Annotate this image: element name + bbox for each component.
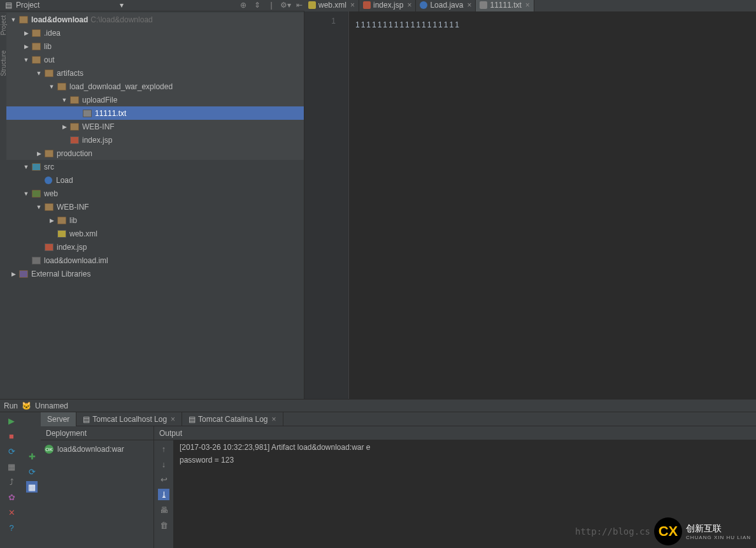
chevron-down-icon[interactable]: ▼: [23, 191, 29, 197]
chevron-down-icon[interactable]: ▼: [36, 70, 42, 76]
close-icon[interactable]: ×: [467, 1, 471, 10]
tree-index-jsp2[interactable]: index.jsp: [6, 240, 304, 254]
locate-icon[interactable]: ⊕: [238, 0, 248, 10]
tree-war-exploded[interactable]: ▼load_download_war_exploded: [6, 80, 304, 93]
scroll-end-icon[interactable]: ⤓: [158, 489, 169, 500]
tab-index-jsp[interactable]: index.jsp ×: [359, 0, 416, 11]
close-icon[interactable]: ×: [171, 415, 175, 424]
chevron-down-icon[interactable]: ▼: [23, 164, 29, 170]
left-tool-rail: Project Structure: [0, 11, 6, 399]
run-tab-server[interactable]: Server: [41, 412, 76, 426]
tree-artifacts[interactable]: ▼artifacts: [6, 66, 304, 80]
stop-icon[interactable]: ■: [6, 430, 17, 442]
tree-web[interactable]: ▼web: [6, 187, 304, 200]
tree-production[interactable]: ▶production: [6, 147, 304, 160]
chevron-down-icon[interactable]: ▼: [61, 97, 68, 103]
jsp-icon: [363, 1, 371, 9]
close-icon[interactable]: ×: [272, 415, 276, 424]
editor-body[interactable]: 1 1111111111111111111: [304, 11, 756, 399]
run-tab-localhost-log[interactable]: ▤Tomcat Localhost Log×: [76, 412, 182, 426]
run-tabs: Server ▤Tomcat Localhost Log× ▤Tomcat Ca…: [41, 412, 756, 426]
tree-index-jsp1[interactable]: index.jsp: [6, 133, 304, 147]
close-icon[interactable]: ×: [525, 1, 530, 10]
print-icon[interactable]: 🖶: [158, 504, 169, 516]
tab-web-xml[interactable]: web.xml ×: [304, 0, 359, 11]
tree-lib2[interactable]: ▶lib: [6, 213, 304, 227]
restart-icon[interactable]: ⟳: [6, 445, 17, 457]
run-label: Run: [4, 401, 18, 410]
folder-icon: [57, 217, 66, 224]
folder-icon: [57, 83, 66, 90]
tree-external-libs[interactable]: ▶External Libraries: [6, 267, 304, 280]
close-icon[interactable]: ×: [350, 1, 355, 10]
tree-src[interactable]: ▼src: [6, 160, 304, 173]
chevron-down-icon[interactable]: ▼: [36, 204, 42, 210]
artifact-icon[interactable]: ▦: [26, 481, 38, 493]
refresh-icon[interactable]: ⟳: [26, 466, 38, 477]
folder-icon: [45, 69, 53, 77]
tree-out[interactable]: ▼out: [6, 53, 304, 66]
project-tree[interactable]: ▼ load&download C:\load&download ▶.idea …: [6, 11, 304, 399]
output-header: Output: [154, 426, 756, 440]
tab-load-java[interactable]: Load.java ×: [416, 0, 476, 11]
chevron-right-icon[interactable]: ▶: [48, 217, 55, 224]
chevron-right-icon[interactable]: ▶: [23, 43, 29, 50]
tree-web-xml[interactable]: web.xml: [6, 227, 304, 240]
folder-icon: [32, 29, 41, 37]
run-tool-bar[interactable]: Run 🐱 Unnamed: [0, 399, 756, 412]
tree-11111-txt[interactable]: 11111.txt: [6, 106, 304, 120]
chevron-right-icon[interactable]: ▶: [23, 30, 29, 36]
run-left-tools: ▶ ■ ⟳ ▦ ⤴ ✿ ✕ ?: [0, 412, 23, 548]
rail-structure[interactable]: Structure: [0, 49, 8, 78]
chevron-down-icon[interactable]: ▼: [10, 17, 17, 23]
chevron-right-icon[interactable]: ▶: [36, 150, 42, 157]
tree-root[interactable]: ▼ load&download C:\load&download: [6, 13, 304, 26]
tree-uploadfile[interactable]: ▼uploadFile: [6, 93, 304, 106]
chevron-down-icon[interactable]: ▼: [48, 83, 55, 90]
layout-icon[interactable]: ▦: [6, 461, 17, 472]
rerun-icon[interactable]: ▶: [6, 415, 17, 426]
ok-icon: OK: [45, 445, 53, 454]
combo-arrow-icon[interactable]: ▾: [120, 1, 124, 10]
xml-icon: [308, 1, 316, 9]
tomcat-icon: 🐱: [22, 401, 31, 410]
tree-webinf1[interactable]: ▶WEB-INF: [6, 120, 304, 133]
folder-icon: [70, 123, 79, 131]
deploy-icon[interactable]: ✚: [26, 451, 38, 462]
tree-idea[interactable]: ▶.idea: [6, 26, 304, 40]
log-icon: ▤: [189, 415, 196, 424]
web-folder-icon: [32, 190, 41, 198]
tab-11111-txt[interactable]: 11111.txt ×: [476, 0, 534, 11]
tree-load-class[interactable]: Load: [6, 173, 304, 187]
trash-icon[interactable]: 🗑: [158, 519, 169, 531]
share-icon[interactable]: ⤴: [6, 476, 17, 487]
bug-icon[interactable]: ✿: [6, 491, 17, 503]
run-tab-catalina-log[interactable]: ▤Tomcat Catalina Log×: [182, 412, 283, 426]
folder-icon: [70, 96, 79, 104]
txt-icon: [480, 1, 487, 9]
tree-iml[interactable]: load&download.iml: [6, 254, 304, 267]
wrap-icon[interactable]: ↩: [158, 473, 169, 485]
collapse-icon[interactable]: ⇕: [252, 0, 262, 10]
chevron-right-icon[interactable]: ▶: [61, 124, 68, 130]
rail-project[interactable]: Project: [0, 14, 8, 36]
editor-gutter: 1: [304, 11, 349, 399]
project-tool-header[interactable]: ▤ Project ▾ ⊕ ⇕ | ⚙▾ ⇤: [0, 0, 304, 11]
deployment-item[interactable]: OK load&download:war: [45, 443, 150, 456]
run-config-name: Unnamed: [35, 401, 68, 410]
tree-webinf2[interactable]: ▼WEB-INF: [6, 200, 304, 213]
help-icon[interactable]: ?: [6, 522, 17, 533]
hide-icon[interactable]: ⇤: [294, 0, 304, 10]
gear-icon[interactable]: ⚙▾: [280, 0, 290, 10]
code-content[interactable]: 1111111111111111111: [349, 11, 756, 399]
chevron-right-icon[interactable]: ▶: [10, 271, 17, 277]
close-icon[interactable]: ×: [407, 1, 411, 10]
chevron-down-icon[interactable]: ▼: [23, 57, 29, 63]
log-icon: ▤: [83, 415, 90, 424]
tree-lib[interactable]: ▶lib: [6, 40, 304, 53]
close-icon[interactable]: ✕: [6, 507, 17, 518]
down-icon[interactable]: ↓: [158, 458, 169, 470]
run-panel: ▶ ■ ⟳ ▦ ⤴ ✿ ✕ ? ✚ ⟳ ▦ Server ▤Tomcat Loc…: [0, 412, 756, 548]
up-icon[interactable]: ↑: [158, 443, 169, 454]
iml-file-icon: [32, 257, 41, 264]
